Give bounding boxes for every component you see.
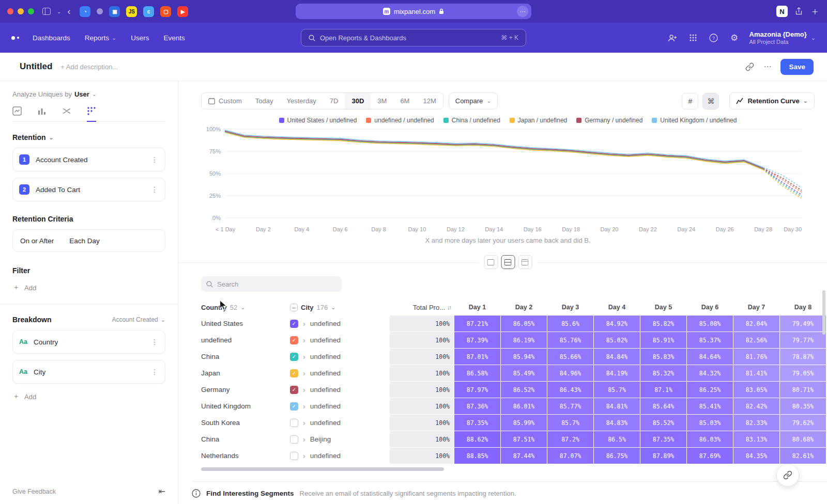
breakdown-card[interactable]: Aa City ⋮ (12, 360, 165, 384)
add-breakdown-button[interactable]: ＋ Add (12, 392, 165, 401)
density-compact-button[interactable] (484, 255, 498, 269)
retention-value-cell[interactable]: 83.05% (733, 382, 779, 398)
retention-value-cell[interactable]: 84.19% (594, 365, 640, 381)
city-cell[interactable]: ›undefined (290, 415, 389, 431)
day-column-header[interactable]: Day 7 (733, 304, 779, 311)
country-cell[interactable]: Netherlands (201, 448, 289, 464)
nav-item-reports[interactable]: Reports⌄ (85, 34, 117, 42)
city-cell[interactable]: ✓›undefined (290, 365, 389, 381)
retention-value-cell[interactable]: 84.84% (594, 349, 640, 365)
retention-value-cell[interactable]: 85.83% (640, 349, 686, 365)
retention-value-cell[interactable]: 82.33% (733, 415, 779, 431)
step-event-label[interactable]: Added To Cart (36, 186, 80, 194)
row-checkbox[interactable]: ✓ (290, 320, 298, 328)
retention-value-cell[interactable]: 86.5% (594, 431, 640, 447)
row-checkbox[interactable]: ✓ (290, 336, 298, 344)
breakdown-card[interactable]: Aa Country ⋮ (12, 330, 165, 354)
breakdown-context-selector[interactable]: Account Created ⌄ (112, 316, 165, 323)
legend-item[interactable]: Japan / undefined (510, 117, 567, 124)
day-column-header[interactable]: Day 1 (454, 304, 500, 311)
day-column-header[interactable]: Day 5 (640, 304, 686, 311)
compare-button[interactable]: Compare ⌄ (449, 92, 498, 109)
retention-value-cell[interactable]: 87.44% (501, 448, 547, 464)
retention-value-cell[interactable]: 84.92% (594, 316, 640, 332)
retention-value-cell[interactable]: 87.69% (687, 448, 733, 464)
retention-value-cell[interactable]: 85.6% (547, 316, 593, 332)
tab-insights[interactable] (12, 106, 22, 121)
expand-chevron-icon[interactable]: › (303, 419, 305, 427)
retention-value-cell[interactable]: 88.85% (454, 448, 500, 464)
retention-value-cell[interactable]: 80.68% (780, 431, 826, 447)
retention-value-cell[interactable]: 85.41% (687, 398, 733, 414)
report-title[interactable]: Untitled (20, 61, 52, 72)
project-switcher[interactable]: Amazonia {Demo} All Project Data ⌄ (749, 30, 816, 45)
events-overlay-button[interactable]: ⌘ (702, 93, 719, 109)
nav-item-dashboards[interactable]: Dashboards (33, 34, 70, 42)
city-cell[interactable]: ›undefined (290, 448, 389, 464)
back-icon[interactable]: ‹ (67, 6, 70, 17)
retention-value-cell[interactable]: 85.52% (640, 415, 686, 431)
collapse-sidebar-icon[interactable]: ⇤ (159, 486, 165, 496)
retention-value-cell[interactable]: 85.66% (547, 349, 593, 365)
legend-item[interactable]: undefined / undefined (366, 117, 434, 124)
global-search[interactable]: Open Reports & Dashboards ⌘ + K (301, 29, 526, 46)
new-tab-icon[interactable]: ＋ (810, 5, 820, 18)
retention-value-cell[interactable]: 87.07% (547, 448, 593, 464)
add-description[interactable]: + Add description... (60, 63, 118, 71)
legend-item[interactable]: United States / undefined (279, 117, 357, 124)
apps-grid-icon[interactable] (687, 32, 699, 43)
day-column-header[interactable]: Day 4 (594, 304, 640, 311)
retention-value-cell[interactable]: 85.7% (547, 415, 593, 431)
country-cell[interactable]: South Korea (201, 415, 289, 431)
tab-funnels[interactable] (37, 106, 47, 121)
url-more-icon[interactable]: ⋯ (517, 6, 528, 17)
nav-item-users[interactable]: Users (131, 34, 149, 42)
range-3m-button[interactable]: 3M (371, 93, 393, 109)
retention-value-cell[interactable]: 86.75% (594, 448, 640, 464)
retention-value-cell[interactable]: 85.82% (640, 316, 686, 332)
step-event-label[interactable]: Account Created (36, 156, 88, 164)
retention-value-cell[interactable]: 85.77% (547, 398, 593, 414)
retention-value-cell[interactable]: 85.32% (640, 365, 686, 381)
find-segments-link[interactable]: Find Interesting Segments (206, 490, 294, 497)
retention-value-cell[interactable]: 86.03% (687, 431, 733, 447)
breakdown-property-label[interactable]: City (34, 368, 45, 376)
retention-value-cell[interactable]: 85.08% (687, 316, 733, 332)
orange-app-icon[interactable]: ▢ (160, 6, 171, 17)
step-menu-icon[interactable]: ⋮ (151, 155, 159, 164)
retention-value-cell[interactable]: 85.37% (687, 332, 733, 348)
country-cell[interactable]: China (201, 431, 289, 447)
retention-value-cell[interactable]: 86.05% (501, 316, 547, 332)
more-options-icon[interactable]: ⋯ (763, 62, 771, 71)
retention-value-cell[interactable]: 86.19% (501, 332, 547, 348)
retention-value-cell[interactable]: 82.56% (733, 332, 779, 348)
retention-value-cell[interactable]: 83.13% (733, 431, 779, 447)
sort-icon[interactable]: ↓↑ (447, 304, 451, 310)
cube-extension-icon[interactable]: ▣ (109, 6, 120, 17)
retention-value-cell[interactable]: 78.87% (780, 349, 826, 365)
expand-chevron-icon[interactable]: › (303, 353, 305, 361)
retention-value-cell[interactable]: 80.71% (780, 382, 826, 398)
day-column-header[interactable]: Day 6 (687, 304, 733, 311)
retention-value-cell[interactable]: 85.94% (501, 349, 547, 365)
country-cell[interactable]: United States (201, 316, 289, 332)
row-checkbox[interactable]: ✓ (290, 386, 298, 394)
retention-value-cell[interactable]: 87.36% (454, 398, 500, 414)
retention-value-cell[interactable]: 84.96% (547, 365, 593, 381)
retention-line-chart[interactable]: 0%25%50%75%100%< 1 DayDay 2Day 4Day 6Day… (201, 125, 811, 234)
breakdown-menu-icon[interactable]: ⋮ (151, 368, 159, 376)
expand-chevron-icon[interactable]: › (303, 386, 305, 394)
add-filter-button[interactable]: ＋ Add (12, 283, 165, 292)
density-medium-button[interactable] (501, 255, 515, 269)
vertical-scrollbar[interactable] (822, 290, 825, 335)
retention-value-cell[interactable]: 85.64% (640, 398, 686, 414)
share-icon[interactable] (795, 7, 803, 15)
criteria-interval[interactable]: Each Day (69, 237, 100, 245)
retention-value-cell[interactable]: 88.62% (454, 431, 500, 447)
retention-value-cell[interactable]: 82.61% (780, 448, 826, 464)
retention-value-cell[interactable]: 87.97% (454, 382, 500, 398)
city-cell[interactable]: ✓›undefined (290, 332, 389, 348)
row-checkbox[interactable]: ✓ (290, 353, 298, 361)
retention-section-title[interactable]: Retention (12, 133, 46, 141)
country-cell[interactable]: United Kingdom (201, 398, 289, 414)
